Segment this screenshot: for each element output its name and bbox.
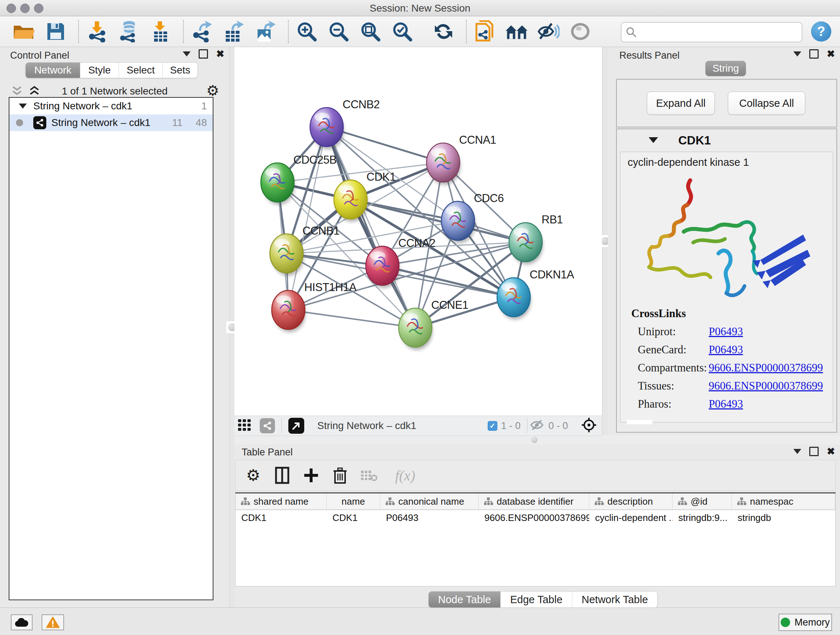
network-node-ccne1[interactable] (399, 308, 433, 350)
cell-shared-name[interactable]: CDK1 (235, 510, 327, 525)
tab-sets[interactable]: Sets (163, 63, 197, 78)
panel-menu-icon[interactable] (793, 449, 801, 454)
network-node-cdc25b[interactable] (261, 163, 295, 205)
close-panel-icon[interactable]: ✖ (216, 50, 224, 57)
collection-caret-icon[interactable] (19, 103, 27, 109)
network-node-ccnb1[interactable] (270, 234, 304, 276)
horizontal-splitter[interactable] (234, 435, 840, 445)
zoom-selected-button[interactable] (391, 20, 414, 43)
network-options-gear-icon[interactable]: ⚙ (206, 82, 219, 98)
export-network-button[interactable] (190, 20, 213, 43)
cell-database-identifier[interactable]: 9606.ENSP00000378699 (478, 510, 589, 525)
network-edge[interactable] (327, 127, 443, 163)
network-node-cdk1[interactable] (334, 180, 368, 222)
selected-nodes-checkbox[interactable]: ✓ (488, 421, 497, 431)
node-label-ccnb2: CCNB2 (343, 98, 380, 111)
tab-node-table[interactable]: Node Table (429, 592, 501, 608)
table-options-gear-icon[interactable]: ⚙ (244, 466, 262, 485)
export-table-button[interactable] (222, 20, 245, 43)
open-session-button[interactable] (12, 20, 35, 43)
collapse-protein-icon[interactable] (649, 137, 658, 143)
cell-description[interactable]: cyclin-dependent ... (589, 510, 673, 525)
zoom-fit-button[interactable] (359, 20, 382, 43)
close-panel-icon[interactable]: ✖ (827, 448, 835, 455)
show-grid-icon[interactable] (237, 418, 253, 433)
memory-button[interactable]: Memory (778, 614, 832, 631)
network-collection-row[interactable]: String Network – cdk1 1 (9, 98, 213, 114)
show-graphics-details-button[interactable] (569, 20, 592, 43)
column-header-at-id[interactable]: @id (673, 494, 732, 509)
float-panel-icon[interactable] (809, 49, 819, 59)
right-splitter[interactable] (602, 47, 608, 435)
import-table-file-button[interactable] (149, 20, 172, 43)
horizontal-splitter-handle[interactable] (531, 437, 538, 443)
tab-network-table[interactable]: Network Table (572, 592, 657, 608)
warnings-button[interactable] (42, 614, 64, 630)
help-button[interactable]: ? (811, 21, 831, 42)
network-edge[interactable] (327, 127, 415, 328)
tab-edge-table[interactable]: Edge Table (501, 592, 572, 608)
collapse-all-button[interactable]: Collapse All (728, 92, 805, 115)
column-header-description[interactable]: description (589, 494, 673, 509)
float-panel-icon[interactable] (809, 447, 819, 456)
network-view-canvas[interactable]: CCNB2CCNA1CDC25BCDK1CDC6RB1CCNB1CCNA2CDK… (234, 47, 602, 416)
birdseye-view-icon[interactable] (288, 418, 304, 434)
network-node-cdkn1a[interactable] (497, 278, 531, 320)
column-header-namespace[interactable]: namespac (732, 494, 835, 509)
network-node-rb1[interactable] (509, 223, 543, 264)
panel-menu-icon[interactable] (793, 51, 801, 57)
search-input[interactable] (640, 24, 797, 39)
delete-column-icon[interactable] (331, 466, 349, 485)
column-header-name[interactable]: name (327, 494, 380, 509)
protein-header[interactable]: CDK1 (617, 129, 836, 152)
network-graph[interactable]: CCNB2CCNA1CDC25BCDK1CDC6RB1CCNB1CCNA2CDK… (234, 47, 602, 416)
tab-style[interactable]: Style (80, 63, 119, 78)
cloud-button[interactable] (11, 614, 33, 630)
zoom-in-button[interactable] (295, 20, 318, 43)
cell-name[interactable]: CDK1 (327, 510, 380, 525)
string-home-button[interactable] (505, 20, 528, 43)
left-splitter[interactable] (229, 47, 235, 608)
network-node-ccnb2[interactable] (310, 108, 344, 149)
apply-layout-button[interactable] (432, 20, 455, 43)
save-session-button[interactable] (44, 20, 67, 43)
import-network-database-button[interactable] (117, 20, 141, 43)
network-from-clipboard-button[interactable] (473, 20, 496, 43)
zoom-out-button[interactable] (327, 20, 350, 43)
close-panel-icon[interactable]: ✖ (827, 50, 835, 57)
tab-network[interactable]: Network (26, 63, 80, 78)
hide-glass-effect-button[interactable] (537, 20, 560, 43)
export-image-button[interactable] (254, 20, 277, 43)
network-node-ccna2[interactable] (366, 246, 400, 288)
tab-select[interactable]: Select (119, 63, 163, 78)
crosslink-link[interactable]: 9606.ENSP00000378699 (709, 379, 823, 393)
network-edge[interactable] (288, 310, 415, 328)
table-row[interactable]: CDK1 CDK1 P06493 9606.ENSP00000378699 cy… (235, 510, 835, 525)
cell-canonical-name[interactable]: P06493 (380, 510, 478, 525)
eye-slash-icon (537, 22, 560, 41)
crosslink-link[interactable]: P06493 (709, 343, 743, 356)
string-view-badge-icon[interactable] (260, 418, 275, 433)
cell-at-id[interactable]: stringdb:9... (673, 510, 732, 525)
column-header-shared-name[interactable]: shared name (235, 494, 327, 509)
import-network-file-button[interactable] (85, 20, 109, 43)
expand-all-button[interactable]: Expand All (647, 92, 715, 115)
crosslink-link[interactable]: P06493 (709, 397, 743, 410)
show-columns-icon[interactable] (273, 466, 291, 485)
network-node-ccna1[interactable] (426, 143, 461, 185)
network-node-hist1h1a[interactable] (272, 290, 306, 333)
hidden-elements-icon[interactable] (531, 419, 545, 432)
crosslink-link[interactable]: 9606.ENSP00000378699 (709, 361, 823, 374)
float-panel-icon[interactable] (199, 49, 208, 59)
create-column-icon[interactable] (302, 466, 320, 485)
table-toolbar: ⚙ f(x) (235, 460, 836, 491)
network-row[interactable]: String Network – cdk1 11 48 (9, 114, 213, 131)
column-header-canonical-name[interactable]: canonical name (380, 494, 478, 509)
cell-namespace[interactable]: stringdb (732, 510, 835, 525)
tab-string[interactable]: String (706, 61, 746, 76)
protein-panel-scrollbar-thumb[interactable] (627, 420, 652, 424)
column-header-database-identifier[interactable]: database identifier (478, 494, 589, 509)
panel-menu-icon[interactable] (183, 51, 191, 57)
center-view-crosshair-icon[interactable] (581, 417, 597, 434)
crosslink-link[interactable]: P06493 (709, 325, 743, 338)
